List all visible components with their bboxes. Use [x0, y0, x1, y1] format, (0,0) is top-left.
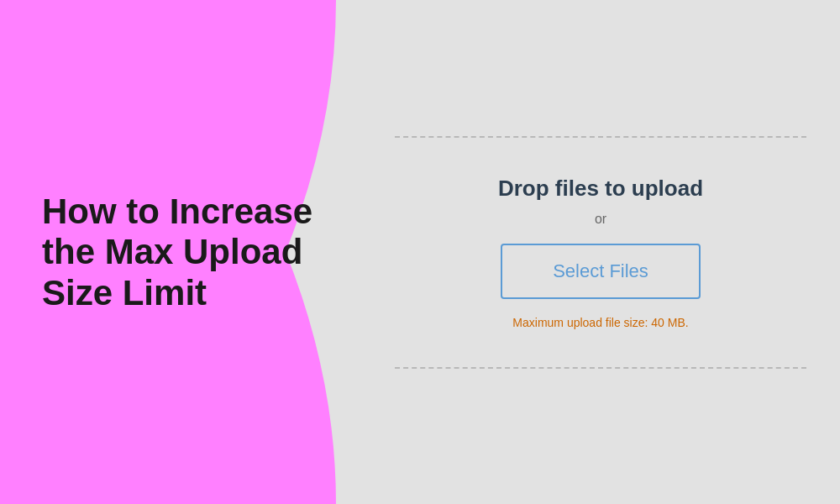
page-heading: How to Increase the Max Upload Size Limi…: [42, 192, 328, 313]
max-size-label: Maximum upload file size: 40 MB.: [512, 316, 688, 329]
upload-dropzone: Drop files to upload or Select Files Max…: [498, 159, 703, 346]
left-content: How to Increase the Max Upload Size Limi…: [42, 192, 328, 313]
or-label: or: [595, 212, 606, 227]
top-dashed-line: [395, 136, 806, 138]
select-files-button[interactable]: Select Files: [501, 244, 701, 299]
bottom-dashed-line: [395, 367, 806, 369]
page-layout: How to Increase the Max Upload Size Limi…: [0, 0, 840, 504]
right-content: Drop files to upload or Select Files Max…: [361, 0, 840, 504]
drop-text: Drop files to upload: [498, 176, 703, 202]
